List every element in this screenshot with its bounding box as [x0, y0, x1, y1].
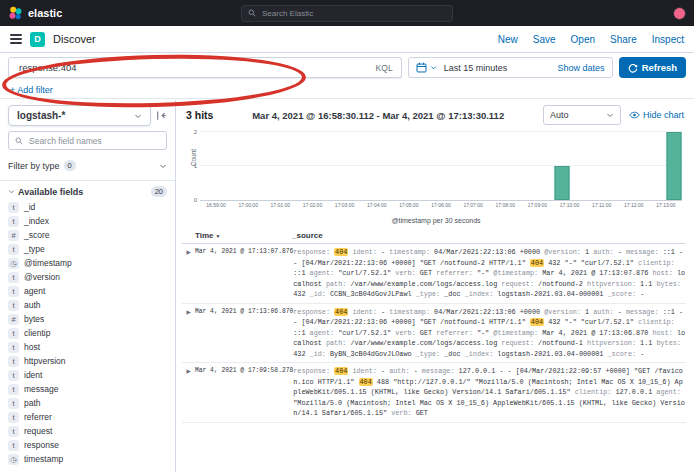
histogram-bar[interactable]: [554, 166, 569, 200]
source-field-key: clientip:: [575, 388, 612, 396]
chevron-down-icon[interactable]: [430, 64, 437, 71]
query-input[interactable]: KQL: [8, 57, 402, 78]
source-field-key: host:: [652, 269, 672, 277]
kql-label[interactable]: KQL: [376, 63, 393, 73]
field-item-timestamp[interactable]: ◷timestamp: [8, 452, 167, 466]
expand-row-icon[interactable]: ▶: [182, 307, 195, 315]
user-avatar[interactable]: [673, 7, 686, 20]
nav-action-inspect[interactable]: Inspect: [652, 34, 684, 45]
field-type-icon: t: [8, 384, 19, 395]
refresh-button[interactable]: Refresh: [619, 57, 686, 78]
y-axis-tick-label: 1: [194, 163, 197, 169]
field-item-agent[interactable]: tagent: [8, 284, 167, 298]
source-field-key: @version:: [544, 248, 581, 256]
field-item-score[interactable]: #_score: [8, 228, 167, 242]
divider: [0, 180, 175, 181]
highlighted-term: 404: [359, 378, 373, 386]
elastic-logo-icon: [8, 6, 23, 21]
calendar-icon[interactable]: [416, 62, 427, 73]
available-fields-header[interactable]: Available fields 20: [8, 186, 167, 197]
field-type-icon: ◷: [8, 258, 19, 269]
source-field-key: message:: [626, 248, 659, 256]
field-name-label: ident: [24, 370, 42, 380]
refresh-label: Refresh: [642, 62, 677, 73]
nav-action-new[interactable]: New: [498, 34, 518, 45]
source-field-value: -: [640, 290, 644, 298]
field-item-bytes[interactable]: #bytes: [8, 312, 167, 326]
field-item-version[interactable]: t@version: [8, 270, 167, 284]
field-name-label: path: [24, 398, 41, 408]
expand-row-icon[interactable]: ▶: [182, 366, 195, 374]
menu-icon[interactable]: [10, 34, 22, 44]
field-item-clientip[interactable]: tclientip: [8, 326, 167, 340]
field-search[interactable]: [8, 131, 167, 150]
show-dates-button[interactable]: Show dates: [558, 63, 605, 73]
chevron-down-icon: [134, 112, 142, 120]
nav-action-save[interactable]: Save: [533, 34, 556, 45]
field-name-label: _id: [24, 202, 35, 212]
source-field-value: 1: [585, 248, 589, 256]
field-item-request[interactable]: trequest: [8, 424, 167, 438]
source-field-value: -: [381, 308, 385, 316]
field-item-auth[interactable]: tauth: [8, 298, 167, 312]
source-field-value: "curl/7.52.1": [338, 269, 391, 277]
field-name-label: auth: [24, 300, 41, 310]
hide-chart-button[interactable]: Hide chart: [629, 110, 684, 120]
source-field-key: path:: [326, 280, 346, 288]
filter-by-type-label: Filter by type: [8, 161, 60, 171]
index-pattern-name: logstash-*: [17, 110, 65, 121]
x-axis-tick-label: 17:03:00: [335, 202, 354, 208]
field-item-path[interactable]: tpath: [8, 396, 167, 410]
field-item-index[interactable]: t_index: [8, 214, 167, 228]
field-item-response[interactable]: tresponse: [8, 438, 167, 452]
elastic-home-link[interactable]: elastic: [8, 6, 62, 21]
collapse-sidebar-icon[interactable]: [156, 110, 167, 121]
hits-count: 3 hits: [186, 109, 213, 121]
interval-select[interactable]: Auto: [543, 105, 621, 125]
field-type-icon: t: [8, 398, 19, 409]
source-field-key: clientip:: [638, 259, 675, 267]
source-field-key: auth:: [389, 367, 409, 375]
nav-action-share[interactable]: Share: [610, 34, 637, 45]
x-axis-tick-label: 17:10:00: [560, 202, 579, 208]
histogram-chart: Count 01216:59:0017:00:0017:01:0017:02:0…: [186, 128, 686, 225]
highlighted-term: 404: [334, 248, 348, 256]
field-name-label: httpversion: [24, 356, 66, 366]
expand-row-icon[interactable]: ▶: [182, 247, 195, 255]
source-field-key: agent:: [310, 329, 334, 337]
source-field-key: _id:: [310, 350, 326, 358]
field-name-label: _score: [24, 230, 50, 240]
index-pattern-select[interactable]: logstash-*: [8, 105, 151, 126]
field-item-host[interactable]: thost: [8, 340, 167, 354]
source-field-value: 1.1: [640, 339, 652, 347]
brand-label: elastic: [28, 7, 62, 19]
app-navbar: D Discover NewSaveOpenShareInspect: [0, 26, 694, 53]
field-item-ident[interactable]: tident: [8, 368, 167, 382]
field-item-httpversion[interactable]: thttpversion: [8, 354, 167, 368]
source-field-value: -: [414, 367, 418, 375]
time-range-value[interactable]: Last 15 minutes: [444, 63, 508, 73]
eye-icon: [629, 111, 640, 119]
field-item-message[interactable]: tmessage: [8, 382, 167, 396]
source-field-value: -: [381, 367, 385, 375]
histogram-plot-area[interactable]: 01216:59:0017:00:0017:01:0017:02:0017:03…: [200, 132, 682, 201]
highlighted-term: 404: [334, 308, 348, 316]
field-item-referrer[interactable]: treferrer: [8, 410, 167, 424]
field-item-id[interactable]: t_id: [8, 200, 167, 214]
filter-by-type-toggle[interactable]: Filter by type 0: [8, 156, 167, 175]
source-field-value: _doc: [444, 350, 460, 358]
field-search-input[interactable]: [27, 135, 160, 147]
global-search[interactable]: [241, 5, 453, 22]
field-item-type[interactable]: t_type: [8, 242, 167, 256]
query-text-input[interactable]: [17, 61, 370, 74]
time-column-header[interactable]: Time▼: [195, 231, 292, 240]
field-item-timestamp[interactable]: ◷@timestamp: [8, 256, 167, 270]
refresh-icon: [628, 63, 638, 73]
space-badge[interactable]: D: [30, 32, 45, 47]
nav-action-open[interactable]: Open: [571, 34, 595, 45]
chevron-down-icon: [606, 111, 614, 119]
add-filter-button[interactable]: + Add filter: [10, 85, 53, 95]
histogram-bar[interactable]: [666, 132, 681, 200]
global-search-input[interactable]: [260, 8, 446, 19]
available-fields-label: Available fields: [18, 187, 83, 197]
